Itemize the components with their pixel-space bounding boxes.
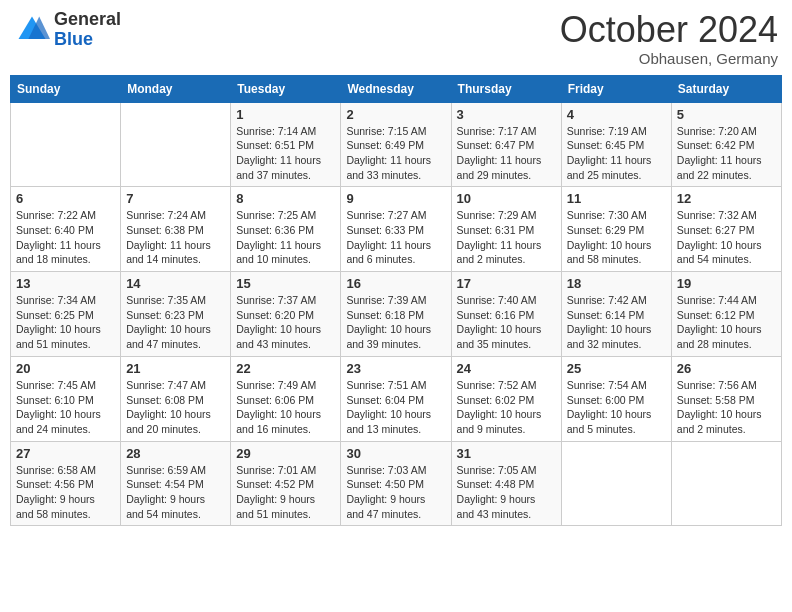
day-number: 2: [346, 107, 445, 122]
logo-icon: [14, 12, 50, 48]
day-info: Sunrise: 7:56 AM Sunset: 5:58 PM Dayligh…: [677, 378, 776, 437]
day-info: Sunrise: 7:40 AM Sunset: 6:16 PM Dayligh…: [457, 293, 556, 352]
day-number: 5: [677, 107, 776, 122]
calendar-cell: 9Sunrise: 7:27 AM Sunset: 6:33 PM Daylig…: [341, 187, 451, 272]
day-number: 18: [567, 276, 666, 291]
calendar-cell: 10Sunrise: 7:29 AM Sunset: 6:31 PM Dayli…: [451, 187, 561, 272]
calendar-cell: 21Sunrise: 7:47 AM Sunset: 6:08 PM Dayli…: [121, 356, 231, 441]
day-number: 28: [126, 446, 225, 461]
day-info: Sunrise: 7:42 AM Sunset: 6:14 PM Dayligh…: [567, 293, 666, 352]
day-number: 17: [457, 276, 556, 291]
day-number: 10: [457, 191, 556, 206]
day-info: Sunrise: 7:45 AM Sunset: 6:10 PM Dayligh…: [16, 378, 115, 437]
calendar-cell: 7Sunrise: 7:24 AM Sunset: 6:38 PM Daylig…: [121, 187, 231, 272]
calendar-cell: [11, 102, 121, 187]
weekday-header-row: SundayMondayTuesdayWednesdayThursdayFrid…: [11, 75, 782, 102]
day-info: Sunrise: 7:49 AM Sunset: 6:06 PM Dayligh…: [236, 378, 335, 437]
day-number: 6: [16, 191, 115, 206]
day-number: 4: [567, 107, 666, 122]
calendar-cell: 3Sunrise: 7:17 AM Sunset: 6:47 PM Daylig…: [451, 102, 561, 187]
calendar-cell: 2Sunrise: 7:15 AM Sunset: 6:49 PM Daylig…: [341, 102, 451, 187]
week-row-4: 20Sunrise: 7:45 AM Sunset: 6:10 PM Dayli…: [11, 356, 782, 441]
day-number: 25: [567, 361, 666, 376]
location: Obhausen, Germany: [560, 50, 778, 67]
day-number: 12: [677, 191, 776, 206]
day-info: Sunrise: 7:05 AM Sunset: 4:48 PM Dayligh…: [457, 463, 556, 522]
day-number: 14: [126, 276, 225, 291]
day-number: 24: [457, 361, 556, 376]
day-number: 23: [346, 361, 445, 376]
day-info: Sunrise: 7:32 AM Sunset: 6:27 PM Dayligh…: [677, 208, 776, 267]
day-info: Sunrise: 7:39 AM Sunset: 6:18 PM Dayligh…: [346, 293, 445, 352]
day-number: 27: [16, 446, 115, 461]
day-info: Sunrise: 7:24 AM Sunset: 6:38 PM Dayligh…: [126, 208, 225, 267]
day-info: Sunrise: 7:19 AM Sunset: 6:45 PM Dayligh…: [567, 124, 666, 183]
day-number: 22: [236, 361, 335, 376]
day-number: 19: [677, 276, 776, 291]
weekday-header-wednesday: Wednesday: [341, 75, 451, 102]
calendar-cell: 23Sunrise: 7:51 AM Sunset: 6:04 PM Dayli…: [341, 356, 451, 441]
calendar-cell: 8Sunrise: 7:25 AM Sunset: 6:36 PM Daylig…: [231, 187, 341, 272]
day-number: 21: [126, 361, 225, 376]
day-info: Sunrise: 7:47 AM Sunset: 6:08 PM Dayligh…: [126, 378, 225, 437]
calendar-cell: 27Sunrise: 6:58 AM Sunset: 4:56 PM Dayli…: [11, 441, 121, 526]
day-info: Sunrise: 7:27 AM Sunset: 6:33 PM Dayligh…: [346, 208, 445, 267]
calendar-cell: [121, 102, 231, 187]
day-number: 30: [346, 446, 445, 461]
day-info: Sunrise: 7:15 AM Sunset: 6:49 PM Dayligh…: [346, 124, 445, 183]
day-number: 3: [457, 107, 556, 122]
calendar-cell: 6Sunrise: 7:22 AM Sunset: 6:40 PM Daylig…: [11, 187, 121, 272]
calendar-cell: 12Sunrise: 7:32 AM Sunset: 6:27 PM Dayli…: [671, 187, 781, 272]
day-info: Sunrise: 7:35 AM Sunset: 6:23 PM Dayligh…: [126, 293, 225, 352]
day-number: 7: [126, 191, 225, 206]
day-number: 16: [346, 276, 445, 291]
day-number: 11: [567, 191, 666, 206]
calendar-cell: 22Sunrise: 7:49 AM Sunset: 6:06 PM Dayli…: [231, 356, 341, 441]
day-info: Sunrise: 6:58 AM Sunset: 4:56 PM Dayligh…: [16, 463, 115, 522]
calendar-cell: 25Sunrise: 7:54 AM Sunset: 6:00 PM Dayli…: [561, 356, 671, 441]
day-number: 29: [236, 446, 335, 461]
calendar-cell: 5Sunrise: 7:20 AM Sunset: 6:42 PM Daylig…: [671, 102, 781, 187]
calendar-cell: 11Sunrise: 7:30 AM Sunset: 6:29 PM Dayli…: [561, 187, 671, 272]
week-row-3: 13Sunrise: 7:34 AM Sunset: 6:25 PM Dayli…: [11, 272, 782, 357]
calendar-table: SundayMondayTuesdayWednesdayThursdayFrid…: [10, 75, 782, 527]
day-info: Sunrise: 7:54 AM Sunset: 6:00 PM Dayligh…: [567, 378, 666, 437]
day-info: Sunrise: 7:20 AM Sunset: 6:42 PM Dayligh…: [677, 124, 776, 183]
day-number: 8: [236, 191, 335, 206]
calendar-cell: 13Sunrise: 7:34 AM Sunset: 6:25 PM Dayli…: [11, 272, 121, 357]
day-info: Sunrise: 7:44 AM Sunset: 6:12 PM Dayligh…: [677, 293, 776, 352]
calendar-cell: 18Sunrise: 7:42 AM Sunset: 6:14 PM Dayli…: [561, 272, 671, 357]
day-number: 13: [16, 276, 115, 291]
page-header: General Blue October 2024 Obhausen, Germ…: [10, 10, 782, 67]
calendar-cell: 20Sunrise: 7:45 AM Sunset: 6:10 PM Dayli…: [11, 356, 121, 441]
weekday-header-saturday: Saturday: [671, 75, 781, 102]
calendar-cell: 24Sunrise: 7:52 AM Sunset: 6:02 PM Dayli…: [451, 356, 561, 441]
day-info: Sunrise: 7:25 AM Sunset: 6:36 PM Dayligh…: [236, 208, 335, 267]
day-info: Sunrise: 7:14 AM Sunset: 6:51 PM Dayligh…: [236, 124, 335, 183]
calendar-cell: 16Sunrise: 7:39 AM Sunset: 6:18 PM Dayli…: [341, 272, 451, 357]
day-info: Sunrise: 7:03 AM Sunset: 4:50 PM Dayligh…: [346, 463, 445, 522]
day-info: Sunrise: 7:17 AM Sunset: 6:47 PM Dayligh…: [457, 124, 556, 183]
weekday-header-thursday: Thursday: [451, 75, 561, 102]
calendar-cell: 17Sunrise: 7:40 AM Sunset: 6:16 PM Dayli…: [451, 272, 561, 357]
calendar-cell: 19Sunrise: 7:44 AM Sunset: 6:12 PM Dayli…: [671, 272, 781, 357]
day-info: Sunrise: 7:34 AM Sunset: 6:25 PM Dayligh…: [16, 293, 115, 352]
day-info: Sunrise: 7:01 AM Sunset: 4:52 PM Dayligh…: [236, 463, 335, 522]
calendar-cell: 4Sunrise: 7:19 AM Sunset: 6:45 PM Daylig…: [561, 102, 671, 187]
day-info: Sunrise: 7:22 AM Sunset: 6:40 PM Dayligh…: [16, 208, 115, 267]
calendar-cell: 30Sunrise: 7:03 AM Sunset: 4:50 PM Dayli…: [341, 441, 451, 526]
calendar-cell: [561, 441, 671, 526]
calendar-cell: 26Sunrise: 7:56 AM Sunset: 5:58 PM Dayli…: [671, 356, 781, 441]
calendar-cell: 28Sunrise: 6:59 AM Sunset: 4:54 PM Dayli…: [121, 441, 231, 526]
calendar-cell: 31Sunrise: 7:05 AM Sunset: 4:48 PM Dayli…: [451, 441, 561, 526]
calendar-cell: 14Sunrise: 7:35 AM Sunset: 6:23 PM Dayli…: [121, 272, 231, 357]
week-row-5: 27Sunrise: 6:58 AM Sunset: 4:56 PM Dayli…: [11, 441, 782, 526]
day-info: Sunrise: 7:30 AM Sunset: 6:29 PM Dayligh…: [567, 208, 666, 267]
day-number: 9: [346, 191, 445, 206]
calendar-cell: 1Sunrise: 7:14 AM Sunset: 6:51 PM Daylig…: [231, 102, 341, 187]
day-number: 31: [457, 446, 556, 461]
week-row-1: 1Sunrise: 7:14 AM Sunset: 6:51 PM Daylig…: [11, 102, 782, 187]
day-info: Sunrise: 7:51 AM Sunset: 6:04 PM Dayligh…: [346, 378, 445, 437]
week-row-2: 6Sunrise: 7:22 AM Sunset: 6:40 PM Daylig…: [11, 187, 782, 272]
day-info: Sunrise: 6:59 AM Sunset: 4:54 PM Dayligh…: [126, 463, 225, 522]
